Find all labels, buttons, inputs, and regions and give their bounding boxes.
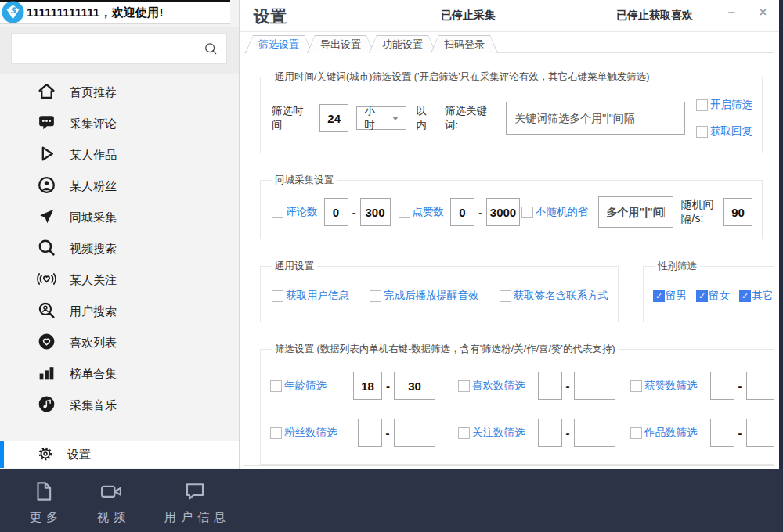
sidebar-item-collect-comments[interactable]: 采集评论 (0, 108, 239, 139)
sidebar-item-settings[interactable]: 设置 (0, 441, 239, 468)
works-filter-max-input[interactable] (746, 419, 775, 447)
sidebar-menu: 首页推荐 采集评论 某人作品 某人粉丝 同城采集 视频搜索 (0, 77, 239, 421)
non-random-province-checkbox[interactable] (521, 207, 533, 218)
fans-filter-max-input[interactable] (394, 419, 435, 447)
status-likes: 已停止获取喜欢 (616, 9, 693, 23)
chat-icon (183, 480, 207, 506)
play-sound-label: 完成后播放提醒音效 (384, 289, 479, 303)
get-reply-checkbox[interactable] (696, 126, 708, 138)
non-random-province-label: 不随机的省 (536, 205, 589, 219)
like-count-checkbox[interactable] (399, 207, 410, 218)
search-icon[interactable] (203, 41, 218, 56)
search-box[interactable] (11, 33, 227, 64)
time-unit-select[interactable]: 小时 (356, 106, 406, 130)
like-filter-min-input[interactable] (538, 372, 562, 400)
sidebar-item-label: 喜欢列表 (70, 336, 117, 350)
follow-filter-min-input[interactable] (538, 419, 562, 447)
keyword-input[interactable] (506, 102, 685, 135)
minimize-button[interactable]: – (728, 5, 735, 20)
age-max-input[interactable] (394, 372, 435, 400)
enable-filter-checkbox[interactable] (696, 99, 708, 111)
tab-filter-settings[interactable]: 筛选设置 (245, 35, 312, 53)
fans-filter-min-input[interactable] (358, 419, 382, 447)
like-count-label: 点赞数 (413, 205, 445, 219)
gear-icon (37, 445, 54, 465)
sidebar-item-label: 某人粉丝 (70, 179, 117, 194)
random-interval-input[interactable] (723, 198, 752, 226)
sidebar-item-video-search[interactable]: 视频搜索 (0, 233, 239, 264)
sidebar-item-collect-music[interactable]: 采集音乐 (0, 390, 239, 421)
location-arrow-icon (37, 207, 56, 228)
follow-filter-checkbox[interactable] (458, 427, 470, 439)
like-min-input[interactable] (450, 198, 474, 226)
bottombar-item-userinfo[interactable]: 用户信息 (160, 480, 230, 525)
sidebar-item-label: 设置 (67, 448, 91, 462)
fans-filter-checkbox[interactable] (270, 427, 282, 439)
signature-contact-checkbox[interactable] (500, 290, 511, 302)
bottombar-item-video[interactable]: 视频 (92, 480, 130, 525)
tab-qr-login[interactable]: 扫码登录 (431, 35, 498, 53)
like-max-input[interactable] (486, 198, 520, 226)
search-input[interactable] (20, 42, 203, 55)
sidebar-item-home-recommend[interactable]: 首页推荐 (0, 77, 239, 108)
tab-content: 通用时间/关键词(城市)筛选设置 ('开启筛选'只在采集评论有效，其它右键菜单触… (244, 52, 774, 466)
sidebar-item-user-follows[interactable]: 某人关注 (0, 264, 239, 296)
praise-filter-checkbox[interactable] (630, 380, 642, 392)
age-filter-checkbox[interactable] (270, 380, 282, 392)
sidebar-item-user-fans[interactable]: 某人粉丝 (0, 171, 239, 202)
works-filter-min-input[interactable] (710, 419, 734, 447)
follow-filter-label: 关注数筛选 (472, 426, 525, 440)
music-circle-icon (37, 394, 56, 416)
range-dash: - (566, 379, 570, 393)
filter-time-input[interactable] (319, 104, 348, 132)
range-dash: - (386, 379, 390, 393)
comment-count-label: 评论数 (286, 205, 318, 219)
like-filter-checkbox[interactable] (458, 380, 470, 392)
sidebar-item-like-list[interactable]: 喜欢列表 (0, 327, 239, 358)
keep-female-checkbox[interactable]: ✓ (696, 290, 708, 302)
praise-filter-max-input[interactable] (746, 372, 775, 400)
bottombar-item-more[interactable]: 更多 (25, 480, 63, 525)
province-list-input[interactable] (598, 196, 673, 228)
sidebar-item-rank-collection[interactable]: 榜单合集 (0, 358, 239, 390)
sidebar-item-label: 榜单合集 (70, 367, 117, 382)
sidebar: S 111111111111，欢迎使用! 首页推荐 采集评论 (0, 0, 240, 469)
main-panel: 设置 已停止采集 已停止获取喜欢 – × 筛选设置 导出设置 功能设置 扫码登录… (240, 0, 783, 469)
welcome-bar: 111111111111，欢迎使用! (0, 0, 230, 24)
sidebar-item-label: 同城采集 (70, 210, 117, 225)
gender-filter-group: 性别筛选 ✓ 留男 ✓ 留女 ✓ 其它 (643, 260, 774, 322)
sidebar-item-user-search[interactable]: 用户搜索 (0, 296, 239, 327)
sidebar-item-label: 首页推荐 (70, 85, 117, 100)
app-logo-icon: S (2, 1, 24, 23)
close-button[interactable]: × (760, 5, 767, 20)
play-sound-checkbox[interactable] (370, 290, 381, 302)
praise-filter-min-input[interactable] (710, 372, 734, 400)
sidebar-item-city-collect[interactable]: 同城采集 (0, 202, 239, 233)
keep-male-label: 留男 (666, 289, 687, 303)
comment-count-checkbox[interactable] (272, 207, 283, 218)
filter-time-label: 筛选时间 (272, 104, 313, 132)
like-filter-max-input[interactable] (574, 372, 615, 400)
comment-min-input[interactable] (324, 198, 348, 226)
sidebar-item-label: 采集音乐 (70, 398, 117, 413)
within-label: 以内 (416, 104, 437, 132)
sidebar-item-user-works[interactable]: 某人作品 (0, 139, 239, 171)
enable-filter-label: 开启筛选 (710, 98, 752, 112)
comment-max-input[interactable] (360, 198, 391, 226)
group-legend: 筛选设置 (数据列表内单机右键-数据筛选，含有'筛选粉/关/作/喜/赞'的代表支… (272, 343, 619, 356)
age-min-input[interactable] (353, 372, 382, 400)
group-legend: 通用设置 (272, 260, 317, 273)
welcome-text: 111111111111，欢迎使用! (27, 5, 164, 20)
follow-filter-max-input[interactable] (574, 419, 615, 447)
tab-export-settings[interactable]: 导出设置 (307, 35, 374, 53)
signature-contact-label: 获取签名含联系方式 (514, 289, 609, 303)
bottombar-item-label: 更多 (25, 510, 63, 525)
get-reply-label: 获取回复 (710, 124, 752, 138)
get-userinfo-checkbox[interactable] (272, 290, 283, 302)
like-filter-label: 喜欢数筛选 (472, 379, 525, 393)
keep-male-checkbox[interactable]: ✓ (653, 290, 665, 302)
keep-other-checkbox[interactable]: ✓ (739, 290, 751, 302)
sidebar-item-label: 用户搜索 (70, 304, 117, 319)
tab-function-settings[interactable]: 功能设置 (369, 35, 436, 53)
works-filter-checkbox[interactable] (630, 427, 642, 439)
